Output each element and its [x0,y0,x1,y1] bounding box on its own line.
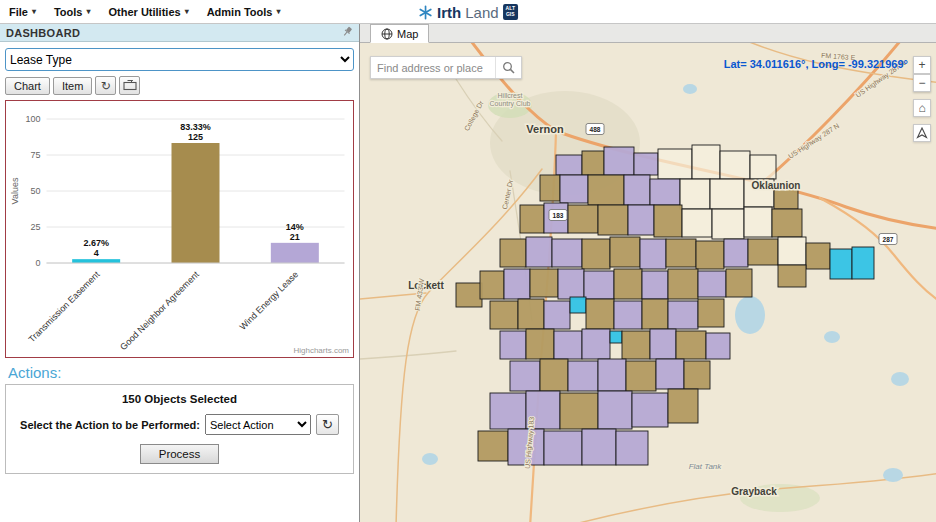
map-parcel[interactable] [540,359,568,391]
map-parcel[interactable] [656,359,684,389]
map-parcel[interactable] [586,299,614,329]
map-parcel[interactable] [490,301,518,329]
map-parcel[interactable] [698,271,726,297]
map-parcel[interactable] [750,155,776,179]
map-parcel[interactable] [616,431,648,465]
map-parcel[interactable] [632,393,668,427]
map-parcel[interactable] [582,329,610,359]
map-parcel[interactable] [540,175,560,201]
map-parcel[interactable] [610,331,622,343]
chart-bar[interactable] [72,259,120,263]
map-parcel[interactable] [698,299,724,327]
map-parcel[interactable] [556,155,582,175]
map-parcel[interactable] [598,391,632,429]
map-parcel[interactable] [530,269,558,297]
map-parcel[interactable] [526,237,552,267]
map-parcel[interactable] [720,151,750,179]
map-parcel[interactable] [614,301,642,329]
map-parcel[interactable] [544,301,570,329]
search-button[interactable] [495,57,521,78]
map-parcel[interactable] [500,331,526,359]
map-parcel[interactable] [558,269,584,299]
map-parcel[interactable] [712,209,744,239]
map-parcel[interactable] [666,239,696,267]
map-parcel[interactable] [456,283,482,307]
refresh-actions-button[interactable]: ↻ [316,414,339,435]
item-button[interactable]: Item [53,77,92,95]
process-button[interactable]: Process [140,444,220,464]
map-parcel[interactable] [744,207,772,237]
map-parcel[interactable] [582,429,616,465]
chart-bar[interactable] [172,143,220,263]
map-parcel[interactable] [598,205,628,235]
map-parcel[interactable] [650,179,680,205]
map-parcel[interactable] [650,329,676,359]
map-parcel[interactable] [568,361,598,391]
map-parcel[interactable] [624,175,650,205]
map-parcel[interactable] [520,205,544,233]
map-parcel[interactable] [480,271,504,299]
map-parcel[interactable] [582,239,610,269]
map-parcel[interactable] [852,247,874,279]
map-parcel[interactable] [610,237,640,267]
map-parcel[interactable] [584,271,614,299]
menu-tools[interactable]: Tools ▾ [45,0,100,23]
map-parcel[interactable] [554,331,582,359]
map-parcel[interactable] [552,239,582,267]
map-parcel[interactable] [778,265,806,287]
map-parcel[interactable] [478,431,508,461]
map-parcel[interactable] [588,175,624,205]
locate-button[interactable] [913,124,931,142]
map-parcel[interactable] [830,249,852,279]
map-parcel[interactable] [806,243,830,269]
home-button[interactable]: ⌂ [913,99,931,117]
map-parcel[interactable] [696,241,724,269]
map-parcel[interactable] [642,271,668,299]
map-parcel[interactable] [778,237,806,265]
map-parcel[interactable] [560,175,588,203]
map-parcel[interactable] [598,359,626,391]
chart-button[interactable]: Chart [5,77,50,95]
map-parcel[interactable] [668,301,698,329]
map-parcel[interactable] [706,333,730,359]
map[interactable]: VernonOklaunionLockettGraybackHillcrestC… [360,43,936,522]
map-parcel[interactable] [684,361,710,389]
map-parcel[interactable] [622,331,650,359]
map-parcel[interactable] [748,239,778,265]
map-parcel[interactable] [582,151,604,175]
map-parcel[interactable] [680,179,710,209]
map-parcel[interactable] [570,297,586,313]
map-parcel[interactable] [526,329,554,359]
tab-map[interactable]: Map [370,24,429,43]
map-parcel[interactable] [726,269,752,297]
zoom-in-button[interactable]: + [913,56,931,74]
map-parcel[interactable] [560,393,598,429]
pin-icon[interactable] [342,26,353,40]
map-parcel[interactable] [658,149,692,179]
map-parcel[interactable] [518,299,544,329]
map-parcel[interactable] [604,147,634,175]
map-parcel[interactable] [626,361,656,391]
zoom-out-button[interactable]: − [913,74,931,92]
map-parcel[interactable] [504,269,530,299]
map-parcel[interactable] [544,431,582,465]
menu-admin-tools[interactable]: Admin Tools ▾ [198,0,290,23]
map-parcel[interactable] [692,145,720,179]
map-parcel[interactable] [642,299,668,329]
menu-other-utilities[interactable]: Other Utilities ▾ [100,0,198,23]
map-parcel[interactable] [668,389,698,423]
search-input[interactable] [371,62,495,74]
select-extent-icon[interactable] [119,76,140,95]
map-parcel[interactable] [490,393,526,429]
map-parcel[interactable] [634,153,658,175]
map-viewport[interactable]: VernonOklaunionLockettGraybackHillcrestC… [360,43,936,522]
map-parcel[interactable] [724,239,748,267]
map-parcel[interactable] [628,205,654,235]
map-parcel[interactable] [668,269,698,299]
map-parcel[interactable] [568,205,598,233]
action-select[interactable]: Select Action [205,414,311,435]
refresh-icon[interactable]: ↻ [95,76,116,95]
menu-file[interactable]: File ▾ [0,0,45,23]
chart-bar[interactable] [271,243,319,263]
map-parcel[interactable] [640,239,666,269]
